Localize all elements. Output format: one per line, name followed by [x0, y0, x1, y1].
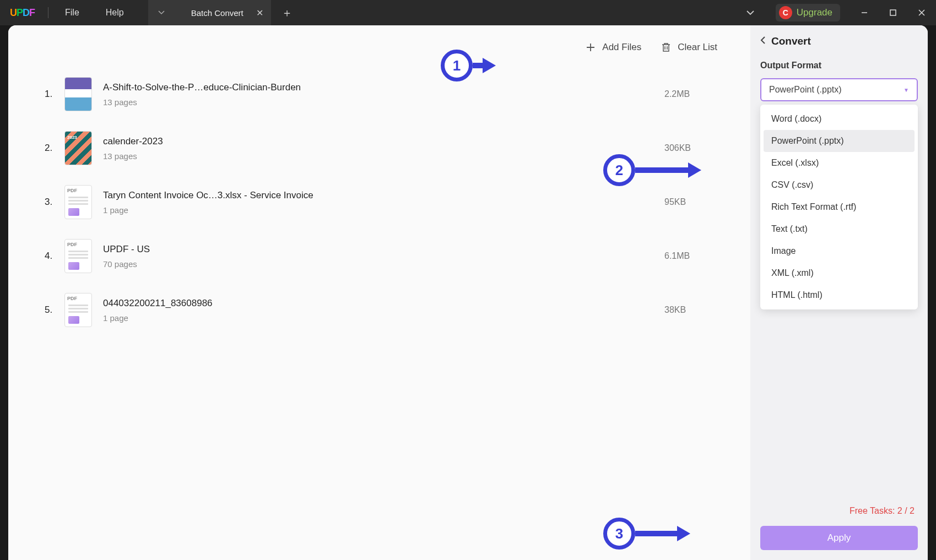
- file-info: Taryn Content Invoice Oc…3.xlsx - Servic…: [103, 190, 664, 215]
- output-format-dropdown: Word (.docx)PowerPoint (.pptx)Excel (.xl…: [760, 105, 918, 309]
- menu-file[interactable]: File: [52, 8, 93, 18]
- tab-dropdown[interactable]: [148, 0, 175, 25]
- file-size: 6.1MB: [664, 251, 742, 261]
- format-option[interactable]: CSV (.csv): [764, 174, 915, 196]
- output-format-select[interactable]: PowerPoint (.pptx) ▼: [760, 78, 918, 101]
- format-option[interactable]: Excel (.xlsx): [764, 152, 915, 174]
- close-icon: [918, 9, 926, 17]
- file-number: 4.: [45, 251, 64, 262]
- select-value: PowerPoint (.pptx): [769, 85, 842, 95]
- panel-title: Convert: [771, 35, 811, 47]
- file-info: calender-2023 13 pages: [103, 136, 664, 161]
- file-thumbnail: [64, 185, 92, 219]
- file-size: 38KB: [664, 305, 742, 315]
- file-thumbnail: [64, 131, 92, 165]
- format-option[interactable]: HTML (.html): [764, 284, 915, 306]
- file-name: A-Shift-to-Solve-the-P…educe-Clinician-B…: [103, 82, 664, 93]
- titlebar-more[interactable]: [735, 8, 766, 18]
- caret-down-icon: [158, 10, 165, 15]
- add-files-label: Add Files: [602, 42, 641, 53]
- svg-rect-1: [890, 10, 896, 15]
- file-number: 2.: [45, 143, 64, 154]
- tab-bar: Batch Convert ✕ ＋: [148, 0, 299, 25]
- file-pages: 13 pages: [103, 97, 664, 107]
- maximize-icon: [889, 9, 897, 17]
- file-pages: 13 pages: [103, 151, 664, 161]
- file-pages: 1 page: [103, 313, 664, 323]
- file-thumbnail: [64, 77, 92, 111]
- upgrade-label: Upgrade: [797, 7, 832, 18]
- clear-list-label: Clear List: [678, 42, 717, 53]
- file-row[interactable]: 1. A-Shift-to-Solve-the-P…educe-Clinicia…: [45, 67, 742, 121]
- output-format-label: Output Format: [760, 61, 918, 70]
- file-row[interactable]: 5. 044032200211_83608986 1 page 38KB: [45, 283, 742, 337]
- file-name: UPDF - US: [103, 244, 664, 255]
- convert-panel: Convert Output Format PowerPoint (.pptx)…: [750, 25, 928, 560]
- format-option[interactable]: Word (.docx): [764, 108, 915, 130]
- panel-back-button[interactable]: [760, 36, 766, 47]
- clear-list-button[interactable]: Clear List: [661, 42, 717, 53]
- app-logo: UPDF: [0, 7, 45, 19]
- format-option[interactable]: Image: [764, 240, 915, 262]
- file-pages: 70 pages: [103, 259, 664, 269]
- panel-header: Convert: [760, 35, 918, 47]
- file-row[interactable]: 4. UPDF - US 70 pages 6.1MB: [45, 229, 742, 283]
- plus-icon: [586, 42, 596, 52]
- tab-add-button[interactable]: ＋: [275, 6, 299, 20]
- free-tasks-label: Free Tasks: 2 / 2: [760, 506, 918, 516]
- chevron-down-icon: [746, 10, 755, 15]
- caret-down-icon: ▼: [903, 87, 909, 93]
- file-info: UPDF - US 70 pages: [103, 244, 664, 269]
- file-number: 3.: [45, 197, 64, 208]
- format-option[interactable]: PowerPoint (.pptx): [764, 130, 915, 152]
- file-name: calender-2023: [103, 136, 664, 147]
- main-window: Add Files Clear List 1. A-Shift-to-Solve…: [8, 25, 928, 560]
- file-info: A-Shift-to-Solve-the-P…educe-Clinician-B…: [103, 82, 664, 107]
- file-list-area: Add Files Clear List 1. A-Shift-to-Solve…: [8, 25, 750, 560]
- upgrade-button[interactable]: C Upgrade: [776, 4, 840, 21]
- file-size: 306KB: [664, 143, 742, 153]
- file-thumbnail: [64, 239, 92, 273]
- tab-close-icon[interactable]: ✕: [256, 8, 263, 18]
- window-close[interactable]: [907, 0, 936, 25]
- titlebar: UPDF File Help Batch Convert ✕ ＋ C Upgra…: [0, 0, 936, 25]
- file-row[interactable]: 2. calender-2023 13 pages 306KB: [45, 121, 742, 175]
- file-name: Taryn Content Invoice Oc…3.xlsx - Servic…: [103, 190, 664, 201]
- file-info: 044032200211_83608986 1 page: [103, 298, 664, 323]
- window-maximize[interactable]: [879, 0, 907, 25]
- user-avatar: C: [779, 6, 792, 19]
- window-minimize[interactable]: [850, 0, 879, 25]
- apply-button[interactable]: Apply: [760, 526, 918, 550]
- menu-help[interactable]: Help: [93, 8, 137, 18]
- chevron-left-icon: [760, 36, 766, 45]
- file-name: 044032200211_83608986: [103, 298, 664, 309]
- file-number: 5.: [45, 305, 64, 316]
- format-option[interactable]: Text (.txt): [764, 218, 915, 240]
- file-size: 95KB: [664, 197, 742, 207]
- add-files-button[interactable]: Add Files: [586, 42, 641, 53]
- separator: [48, 7, 48, 18]
- content-toolbar: Add Files Clear List: [45, 42, 742, 67]
- trash-icon: [661, 42, 671, 53]
- format-option[interactable]: Rich Text Format (.rtf): [764, 196, 915, 218]
- file-list: 1. A-Shift-to-Solve-the-P…educe-Clinicia…: [45, 67, 742, 337]
- file-thumbnail: [64, 293, 92, 327]
- file-number: 1.: [45, 89, 64, 100]
- file-pages: 1 page: [103, 205, 664, 215]
- tab-batch-convert[interactable]: Batch Convert ✕: [175, 0, 271, 25]
- file-row[interactable]: 3. Taryn Content Invoice Oc…3.xlsx - Ser…: [45, 175, 742, 229]
- tab-label: Batch Convert: [191, 8, 244, 18]
- file-size: 2.2MB: [664, 89, 742, 99]
- format-option[interactable]: XML (.xml): [764, 262, 915, 284]
- minimize-icon: [861, 9, 868, 17]
